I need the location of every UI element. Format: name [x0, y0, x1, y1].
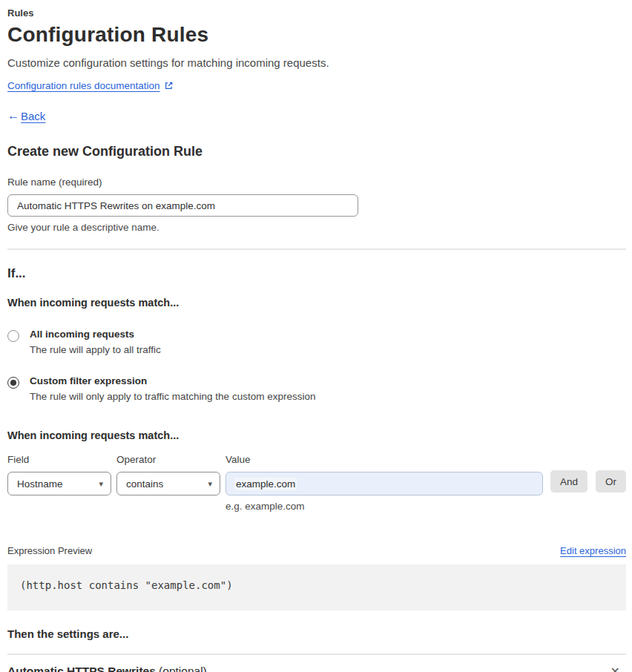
rule-name-help: Give your rule a descriptive name. — [7, 222, 626, 233]
breadcrumb: Rules — [7, 7, 626, 19]
back-link[interactable]: ←Back — [7, 109, 626, 122]
operator-select-value: contains — [126, 478, 163, 490]
match-heading: When incoming requests match... — [7, 297, 626, 309]
radio-label: Custom filter expression — [30, 375, 315, 386]
back-link-label[interactable]: Back — [21, 110, 45, 122]
value-help: e.g. example.com — [226, 501, 543, 512]
operator-select[interactable]: contains ▾ — [116, 472, 220, 495]
radio-option-all-requests[interactable]: All incoming requests The rule will appl… — [7, 329, 626, 355]
section-divider — [7, 653, 626, 655]
expression-preview-label: Expression Preview — [7, 545, 92, 556]
external-link-icon — [164, 81, 174, 90]
operator-label: Operator — [116, 454, 220, 465]
field-label: Field — [7, 454, 111, 465]
and-button[interactable]: And — [550, 470, 587, 493]
chevron-down-icon: ▾ — [99, 479, 103, 489]
radio-button-checked[interactable] — [7, 377, 19, 389]
configuration-rules-page: Rules Configuration Rules Customize conf… — [0, 0, 632, 672]
radio-label: All incoming requests — [30, 329, 161, 340]
field-select-value: Hostname — [17, 478, 63, 490]
radio-description: The rule will apply to all traffic — [30, 344, 161, 355]
page-subtitle: Customize configuration settings for mat… — [7, 56, 626, 69]
arrow-left-icon: ← — [7, 109, 19, 122]
expression-preview-code: (http.host contains "example.com") — [7, 564, 626, 610]
radio-option-custom-filter[interactable]: Custom filter expression The rule will o… — [7, 375, 626, 402]
edit-expression-link[interactable]: Edit expression — [560, 545, 626, 556]
section-divider — [7, 248, 626, 250]
page-title: Configuration Rules — [7, 23, 626, 47]
radio-description: The rule will only apply to traffic matc… — [30, 391, 315, 402]
value-label: Value — [226, 454, 543, 465]
chevron-down-icon: ▾ — [208, 479, 212, 489]
if-heading: If... — [7, 266, 626, 281]
value-input[interactable]: example.com — [226, 472, 543, 495]
documentation-link[interactable]: Configuration rules documentation — [7, 80, 160, 91]
setting-title-optional: (optional) — [156, 665, 207, 672]
then-settings-heading: Then the settings are... — [7, 627, 626, 640]
or-button[interactable]: Or — [596, 470, 626, 493]
setting-title-name: Automatic HTTPS Rewrites — [7, 665, 156, 672]
field-select[interactable]: Hostname ▾ — [7, 472, 111, 495]
create-rule-heading: Create new Configuration Rule — [7, 144, 626, 159]
rule-name-label: Rule name (required) — [7, 177, 626, 188]
value-input-text: example.com — [234, 478, 297, 490]
close-icon[interactable]: ✕ — [609, 665, 626, 672]
setting-title: Automatic HTTPS Rewrites (optional) — [7, 665, 207, 672]
rule-name-input[interactable] — [7, 194, 358, 217]
builder-heading: When incoming requests match... — [7, 429, 626, 441]
radio-button[interactable] — [7, 330, 19, 342]
